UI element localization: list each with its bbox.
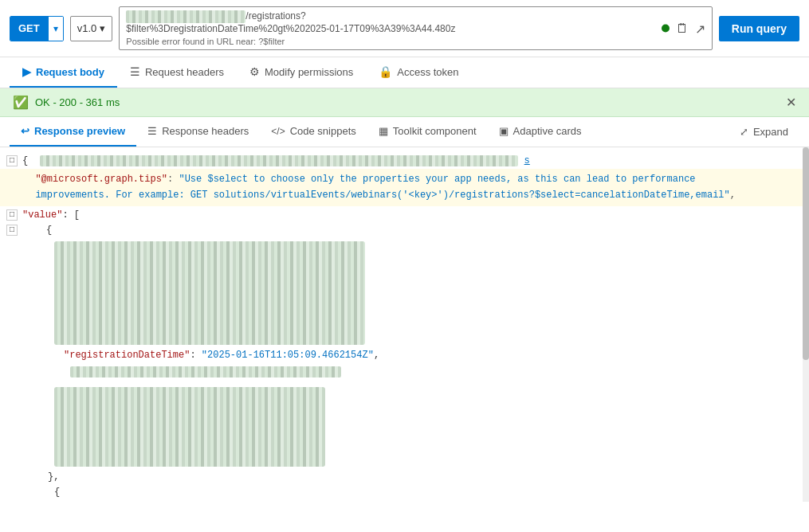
method-dropdown[interactable]: ▾ — [48, 17, 63, 41]
toolkit-component-icon: ▦ — [379, 125, 388, 137]
method-select[interactable]: GET ▾ — [10, 16, 64, 41]
status-check-icon: ✅ — [13, 95, 29, 110]
tab-response-headers-label: Response headers — [162, 125, 249, 137]
value-key: "value" — [22, 209, 62, 221]
tab-request-headers-label: Request headers — [145, 66, 224, 78]
code-line-close-brace-1: }, — [0, 470, 809, 485]
code-line-item-open: □ { — [0, 223, 809, 238]
tip-key: "@microsoft.graph.tips" — [35, 174, 167, 185]
version-chevron-icon: ▾ — [100, 22, 105, 34]
open-brace-2: { — [54, 487, 60, 498]
connection-status-dot — [662, 25, 670, 33]
tab-response-preview[interactable]: ↩ Response preview — [10, 117, 136, 147]
code-line-registration-datetime: "registrationDateTime": "2025-01-16T11:0… — [0, 348, 809, 363]
expand-button[interactable]: ⤢ Expand — [728, 118, 799, 146]
response-area: ↩ Response preview ☰ Response headers </… — [0, 117, 809, 502]
tab-code-snippets-label: Code snippets — [290, 125, 356, 137]
tab-access-token-label: Access token — [397, 66, 458, 78]
tab-toolkit-component[interactable]: ▦ Toolkit component — [367, 117, 488, 147]
blurred-first-line — [40, 155, 518, 166]
collapse-button-item[interactable]: □ — [6, 225, 18, 236]
tab-request-headers[interactable]: ☰ Request headers — [117, 57, 237, 88]
response-tab-bar: ↩ Response preview ☰ Response headers </… — [0, 117, 809, 147]
reg-datetime-value: "2025-01-16T11:05:09.4662154Z" — [202, 350, 374, 361]
request-headers-icon: ☰ — [130, 65, 140, 78]
response-code-area[interactable]: □ { s "@microsoft.graph.tips": "U — [0, 147, 809, 502]
expand-icon: ⤢ — [740, 126, 748, 138]
toolbar: GET ▾ v1.0 ▾ /registrations?$filter%3Dre… — [0, 0, 809, 57]
reg-datetime-key: "registrationDateTime" — [64, 350, 190, 361]
adaptive-cards-icon: ▣ — [499, 125, 509, 137]
tip-line: "@microsoft.graph.tips": "Use $select to… — [0, 169, 809, 205]
tab-modify-permissions-label: Modify permissions — [265, 66, 353, 78]
request-tab-bar: ▶ Request body ☰ Request headers ⚙ Modif… — [0, 57, 809, 88]
run-query-button[interactable]: Run query — [719, 16, 799, 41]
request-body-icon: ▶ — [22, 65, 31, 78]
modify-permissions-icon: ⚙ — [249, 65, 260, 78]
blurred-block-2 — [6, 387, 803, 467]
tab-adaptive-cards-label: Adaptive cards — [513, 125, 582, 137]
access-token-icon: 🔒 — [379, 65, 392, 78]
open-brace: { — [22, 155, 28, 166]
blurred-line-after-reg — [6, 366, 803, 383]
url-error-message: Possible error found in URL near: ?$filt… — [126, 37, 705, 46]
code-line-open-brace: □ { s — [0, 154, 809, 169]
response-preview-icon: ↩ — [21, 125, 29, 137]
tab-access-token[interactable]: 🔒 Access token — [366, 57, 471, 88]
link-s[interactable]: s — [524, 155, 530, 166]
tab-response-headers[interactable]: ☰ Response headers — [136, 117, 260, 147]
url-input-container: /registrations?$filter%3DregistrationDat… — [119, 6, 712, 50]
tab-code-snippets[interactable]: </> Code snippets — [260, 117, 367, 147]
method-label: GET — [10, 17, 48, 41]
url-prefix — [126, 10, 245, 23]
tab-request-body-label: Request body — [36, 66, 104, 78]
expand-label: Expand — [753, 126, 788, 138]
scrollbar-thumb[interactable] — [803, 147, 809, 360]
close-brace-1: }, — [48, 471, 59, 483]
tab-response-preview-label: Response preview — [34, 125, 125, 137]
status-text: ✅ OK - 200 - 361 ms — [13, 95, 120, 110]
url-display[interactable]: /registrations?$filter%3DregistrationDat… — [126, 10, 705, 35]
version-select[interactable]: v1.0 ▾ — [70, 16, 113, 41]
tab-request-body[interactable]: ▶ Request body — [10, 57, 117, 88]
response-headers-icon: ☰ — [147, 125, 157, 137]
code-snippets-icon: </> — [271, 126, 285, 137]
tab-adaptive-cards[interactable]: ▣ Adaptive cards — [488, 117, 593, 147]
version-label: v1.0 — [77, 22, 97, 34]
share-icon[interactable]: ↗ — [695, 21, 705, 36]
collapse-button-root[interactable]: □ — [6, 155, 18, 166]
status-message: OK - 200 - 361 ms — [35, 96, 120, 108]
status-bar: ✅ OK - 200 - 361 ms ✕ — [0, 88, 809, 117]
blurred-block-1 — [6, 241, 803, 345]
tab-toolkit-component-label: Toolkit component — [393, 125, 477, 137]
code-line-value: □ "value": [ — [0, 208, 809, 223]
scrollbar-track[interactable] — [803, 147, 809, 502]
collapse-button-value[interactable]: □ — [6, 209, 18, 221]
save-icon[interactable]: 🗒 — [676, 22, 689, 36]
code-line-item-open-2: { — [0, 485, 809, 500]
status-close-button[interactable]: ✕ — [786, 95, 796, 110]
url-icons: 🗒 ↗ — [662, 21, 705, 36]
tab-modify-permissions[interactable]: ⚙ Modify permissions — [237, 57, 366, 88]
